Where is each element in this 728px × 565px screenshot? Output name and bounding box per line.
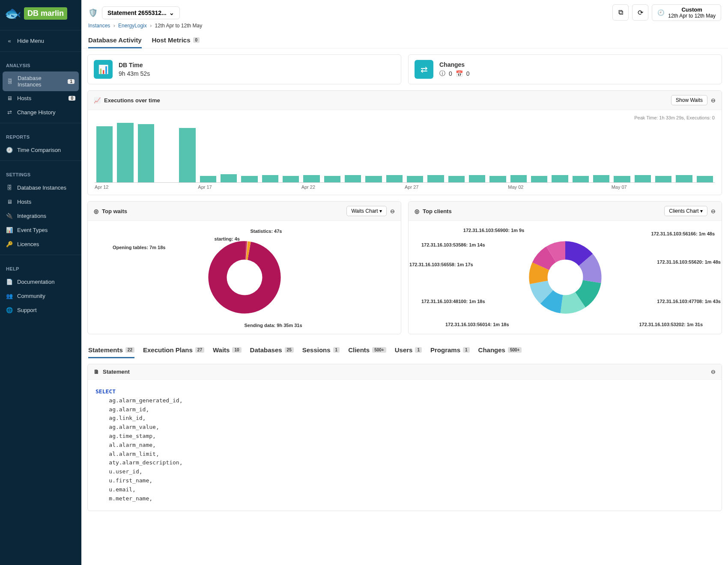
bar[interactable] — [96, 126, 113, 182]
sidebar-item-hosts[interactable]: 🖥 Hosts 0 — [0, 91, 81, 105]
top-waits-donut[interactable]: Statistics: 47s starting: 4s Opening tab… — [95, 226, 394, 329]
bar[interactable] — [635, 175, 651, 182]
panel-statement: 🗎 Statement ⊖ SELECT ag.alarm_generated_… — [87, 364, 722, 511]
tab-databases[interactable]: Databases25 — [250, 343, 294, 358]
donut-label: 172.31.16.103:55620: 1m 48s — [657, 259, 721, 265]
collapse-icon[interactable]: ⊖ — [711, 208, 716, 214]
bar[interactable] — [531, 176, 547, 182]
tab-exec-plans[interactable]: Execution Plans27 — [143, 343, 204, 358]
sidebar-item-change-history[interactable]: ⇄ Change History — [0, 105, 81, 119]
bar[interactable] — [427, 175, 444, 182]
panel-title: Statement — [103, 369, 130, 375]
bar[interactable] — [593, 175, 609, 182]
waits-chart-button[interactable]: Waits Chart ▾ — [346, 206, 387, 216]
bar[interactable] — [324, 176, 340, 182]
executions-bar-chart[interactable] — [95, 123, 715, 183]
bar[interactable] — [510, 175, 527, 182]
tab-users[interactable]: Users1 — [395, 343, 422, 358]
bar[interactable] — [448, 176, 465, 182]
tab-clients[interactable]: Clients500+ — [348, 343, 386, 358]
bar[interactable] — [469, 175, 485, 182]
main: 🛡️ Statement 2655312... ⌄ ⧉ ⟳ 🕘 Custom 1… — [81, 0, 728, 565]
donut-label: 172.31.16.103:56014: 1m 18s — [445, 322, 509, 327]
tab-waits[interactable]: Waits10 — [213, 343, 242, 358]
bar[interactable] — [138, 124, 154, 182]
breadcrumb-instance[interactable]: EnergyLogix — [118, 23, 147, 29]
logo[interactable]: 🐟 DB marlin — [0, 0, 81, 27]
bar[interactable] — [283, 176, 299, 182]
breadcrumb-instances[interactable]: Instances — [88, 23, 110, 29]
sidebar-item-time-comparison[interactable]: 🕘 Time Comparison — [0, 143, 81, 157]
copy-button[interactable]: ⧉ — [612, 4, 629, 21]
calendar-icon: 📊 — [6, 227, 13, 233]
section-settings: SETTINGS — [0, 164, 81, 181]
refresh-button[interactable]: ⟳ — [632, 4, 648, 21]
database-icon: 🗄 — [7, 78, 13, 85]
bar[interactable] — [221, 174, 237, 182]
bar[interactable] — [179, 128, 195, 182]
tab-host-metrics[interactable]: Host Metrics 0 — [152, 33, 200, 48]
bar[interactable] — [365, 176, 382, 182]
tab-database-activity[interactable]: Database Activity — [88, 33, 142, 48]
show-waits-button[interactable]: Show Waits — [671, 95, 707, 105]
collapse-icon[interactable]: ⊖ — [711, 369, 716, 375]
chevron-right-icon: › — [113, 23, 115, 29]
shield-check-icon: 🛡️ — [88, 8, 98, 18]
donut-label: 172.31.16.103:56166: 1m 48s — [651, 231, 715, 236]
bar[interactable] — [241, 176, 257, 182]
tab-programs[interactable]: Programs1 — [430, 343, 470, 358]
sidebar-item-integrations[interactable]: 🔌Integrations — [0, 209, 81, 223]
hide-menu-button[interactable]: « Hide Menu — [0, 34, 81, 48]
bar[interactable] — [303, 175, 319, 182]
sidebar-item-documentation[interactable]: 📄Documentation — [0, 275, 81, 289]
sidebar-item-db-instances[interactable]: 🗄 Database Instances 1 — [3, 71, 79, 91]
card-changes: ⇄ Changes ⓘ0 📅0 — [408, 54, 722, 84]
bar[interactable] — [345, 175, 361, 182]
panel-top-waits: ◎ Top waits Waits Chart ▾ ⊖ — [87, 201, 401, 334]
bar[interactable] — [117, 123, 133, 182]
donut-label: Statistics: 47s — [250, 229, 282, 234]
section-reports: REPORTS — [0, 127, 81, 143]
statement-selector[interactable]: Statement 2655312... ⌄ — [102, 6, 180, 19]
bar[interactable] — [697, 176, 713, 182]
bar[interactable] — [614, 176, 630, 182]
bar[interactable] — [200, 176, 216, 182]
users-icon: 👥 — [6, 293, 13, 299]
panel-title: Top waits — [102, 208, 127, 214]
sidebar-item-event-types[interactable]: 📊Event Types — [0, 223, 81, 237]
donut-label: Opening tables: 7m 18s — [113, 245, 165, 250]
chart-icon: 📈 — [94, 97, 101, 104]
tab-changes[interactable]: Changes500+ — [478, 343, 522, 358]
tab-statements[interactable]: Statements22 — [88, 343, 134, 358]
bar[interactable] — [676, 175, 692, 182]
topbar: 🛡️ Statement 2655312... ⌄ ⧉ ⟳ 🕘 Custom 1… — [81, 0, 728, 23]
chevrons-left-icon: « — [6, 38, 13, 44]
clients-chart-button[interactable]: Clients Chart ▾ — [664, 206, 707, 216]
bar[interactable] — [262, 175, 278, 182]
collapse-icon[interactable]: ⊖ — [390, 208, 395, 214]
panel-title: Top clients — [423, 208, 452, 214]
target-icon: ◎ — [415, 208, 419, 214]
bar[interactable] — [386, 175, 403, 182]
chart-icon: 📊 — [94, 60, 113, 79]
bar[interactable] — [407, 176, 423, 182]
sidebar-item-support[interactable]: 🌐Support — [0, 303, 81, 317]
donut-label: 172.31.16.103:53586: 1m 14s — [421, 242, 485, 247]
panel-top-clients: ◎ Top clients Clients Chart ▾ ⊖ 172.31.1… — [408, 201, 722, 334]
time-range-selector[interactable]: 🕘 Custom 12th Apr to 12th May — [652, 4, 721, 21]
donut-label: 172.31.16.103:53202: 1m 31s — [639, 322, 703, 327]
bar[interactable] — [655, 176, 671, 182]
svg-point-0 — [213, 246, 276, 309]
plug-icon: 🔌 — [6, 213, 13, 219]
tab-sessions[interactable]: Sessions1 — [302, 343, 340, 358]
sidebar-item-licences[interactable]: 🔑Licences — [0, 237, 81, 251]
bar[interactable] — [552, 175, 568, 182]
bar[interactable] — [573, 176, 589, 182]
bar[interactable] — [489, 176, 506, 182]
sidebar-item-hosts-settings[interactable]: 🖥Hosts — [0, 195, 81, 209]
clock-icon: 🕘 — [6, 147, 13, 153]
sidebar-item-community[interactable]: 👥Community — [0, 289, 81, 303]
top-clients-donut[interactable]: 172.31.16.103:56900: 1m 9s 172.31.16.103… — [415, 226, 715, 329]
sidebar-item-db-instances-settings[interactable]: 🗄Database Instances — [0, 181, 81, 195]
collapse-icon[interactable]: ⊖ — [711, 97, 716, 104]
